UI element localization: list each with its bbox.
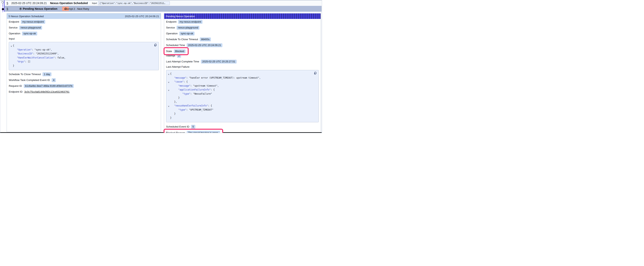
json-text: "BusinessID": "20250225122409",	[13, 52, 59, 56]
field-label-endpoint-id: Endpoint ID	[9, 90, 22, 93]
field-label-operation: Operation	[166, 32, 178, 35]
json-line: ∨ "nexusHandlerFailureInfo": {	[167, 104, 316, 108]
copy-icon[interactable]	[314, 72, 317, 75]
left-fields-bottom: Schedule To Close Timeout1 dayWorkflow T…	[9, 72, 159, 94]
field-value-scheduled-time: 2025-02-25 UTC 20:24:09.21	[187, 43, 222, 47]
input-json-viewer: ∨{∨ "Operation": "sync-op-ok",∨ "Busines…	[9, 42, 159, 70]
collapse-chevron-icon[interactable]: ∨	[167, 105, 170, 108]
timeline-dashed-connector-lower	[2, 11, 3, 12]
field-value-schedule-to-close-timeout: 86400s	[200, 38, 211, 41]
pending-operation-title: Pending Nexus Operation	[23, 7, 57, 10]
json-text: "type": "UPSTREAM_TIMEOUT"	[170, 108, 214, 112]
field-row-attempt: Attempt2	[166, 54, 319, 58]
field-row-service: Servicenexus-playground	[166, 26, 319, 30]
json-text: }	[170, 116, 172, 120]
json-text: },	[170, 100, 177, 104]
field-row-operation: Operationsync-op-ok	[9, 31, 159, 36]
field-row-last-attempt-complete-time: Last Attempt Complete Time2025-02-25 UTC…	[166, 60, 319, 64]
field-label-workflow-task-completed-event-id: Workflow Task Completed Event ID	[9, 79, 50, 82]
field-row-schedule-to-close-timeout: Schedule To Close Timeout1 day	[9, 72, 159, 76]
field-label-last-attempt-complete-time: Last Attempt Complete Time	[166, 60, 199, 63]
field-row-schedule-to-close-timeout: Schedule To Close Timeout86400s	[166, 37, 319, 41]
json-line: ∨}	[167, 116, 316, 120]
field-value-operation: sync-op-ok	[179, 32, 194, 36]
copy-icon[interactable]	[154, 44, 157, 47]
left-fields-top: Endpointmy-nexus-endpointServicenexus-pl…	[9, 20, 159, 36]
field-row-request-id: Request IDb1c6a4bc-8ee7-468a-9169-df3b02…	[9, 84, 159, 88]
json-line: ∨ "applicationFailureInfo": {	[167, 88, 316, 92]
panel-right-title: Pending Nexus Operation	[166, 15, 195, 18]
event-row-nexus-operation-scheduled[interactable]: 5 2025-02-25 UTC 20:24:09.21 Nexus Opera…	[5, 1, 322, 6]
json-line: ∨ }	[167, 112, 316, 116]
json-text: "applicationFailureInfo": {	[170, 88, 215, 92]
input-label: Input	[92, 2, 97, 4]
panel-left-body: Endpointmy-nexus-endpointServicenexus-pl…	[7, 19, 161, 94]
field-row-endpoint-id: Endpoint ID3c0c75ccfa8144b092c13ce632463…	[9, 90, 159, 94]
json-text: "HandlerWaitForCancellation": false,	[13, 56, 66, 60]
field-label-schedule-to-close-timeout: Schedule To Close Timeout	[9, 73, 41, 76]
json-line: ∨ "type": "NexusFailure"	[167, 92, 316, 96]
field-label-operation: Operation	[9, 32, 20, 35]
event-row-pending-nexus-operation[interactable]: 5 Pending Nexus Operation Attempt 2 · Ne…	[5, 6, 322, 12]
timeline-open-circle-icon	[2, 1, 4, 4]
input-json-lines: ∨{∨ "Operation": "sync-op-ok",∨ "Busines…	[10, 44, 156, 68]
annotation-highlight-blocked-reason: Blocked ReasonThe circuit breaker is ope…	[164, 129, 223, 133]
field-value-schedule-to-close-timeout: 1 day	[42, 72, 52, 76]
field-label-service: Service	[166, 26, 175, 29]
last-attempt-failure-label: Last Attempt Failure	[166, 65, 319, 69]
json-text: "message": "upstream timeout",	[170, 84, 219, 88]
field-value-blocked-reason: The circuit breaker is open.	[187, 131, 220, 133]
input-section-label: Input	[9, 37, 159, 41]
event-name: Nexus Operation Scheduled	[50, 2, 88, 5]
json-text: "type": "NexusFailure"	[170, 92, 212, 96]
json-line: ∨ }	[167, 96, 316, 100]
field-value-service: nexus-playground	[19, 26, 42, 30]
event-timestamp: 2025-02-25 UTC 20:24:09.21	[11, 2, 47, 5]
field-row-scheduled-event-id: Scheduled Event ID5	[166, 125, 319, 129]
right-fields-bottom: Scheduled Event ID5Blocked ReasonThe cir…	[166, 125, 319, 133]
annotation-highlight-state: StateBlocked	[164, 47, 189, 55]
field-value-endpoint-id[interactable]: 3c0c75ccfa8144b092c13ce632463761	[24, 90, 70, 93]
collapse-chevron-icon[interactable]: ∨	[167, 89, 170, 92]
json-line: ∨ "type": "UPSTREAM_TIMEOUT"	[167, 108, 316, 112]
json-text: "nexusHandlerFailureInfo": {	[170, 104, 212, 108]
json-text: "Args": []	[13, 60, 30, 64]
json-text: "cause": {	[170, 80, 188, 84]
field-label-blocked-reason: Blocked Reason	[166, 131, 185, 133]
pending-asterisk-icon	[19, 7, 22, 10]
json-text: }	[170, 96, 180, 100]
panel-left-header[interactable]: 5 Nexus Operation Scheduled 2025-02-25 U…	[7, 14, 161, 19]
field-value-endpoint: my-nexus-endpoint	[178, 20, 202, 24]
field-label-scheduled-event-id: Scheduled Event ID	[166, 125, 189, 128]
retry-badge-label: Attempt 2 · Next Retry	[64, 7, 89, 10]
field-label-endpoint: Endpoint	[166, 20, 176, 23]
event-id-link[interactable]: 5	[7, 2, 8, 5]
field-label-state: State	[166, 50, 172, 53]
field-label-service: Service	[9, 26, 18, 29]
field-value-request-id: b1c6a4bc-8ee7-468a-9169-df3b02c8737b	[24, 84, 74, 88]
json-line: ∨ "HandlerWaitForCancellation": false,	[10, 56, 156, 60]
temporal-event-history-screen: 5 2025-02-25 UTC 20:24:09.21 Nexus Opera…	[0, 0, 322, 133]
field-row-scheduled-time: Scheduled Time2025-02-25 UTC 20:24:09.21	[166, 43, 319, 47]
field-value-scheduled-event-id: 5	[191, 125, 195, 129]
collapse-chevron-icon[interactable]: ∨	[9, 45, 13, 48]
field-row-endpoint: Endpointmy-nexus-endpoint	[166, 20, 319, 24]
timeline-dashed-connector	[2, 4, 3, 8]
json-line: ∨ "message": "handler error (UPSTREAM_TI…	[167, 76, 316, 80]
field-value-operation: sync-op-ok	[22, 32, 37, 36]
failure-json-viewer: ∨{∨ "message": "handler error (UPSTREAM_…	[166, 70, 319, 122]
json-text: }	[170, 112, 176, 116]
panel-right-header-pending: Pending Nexus Operation	[164, 14, 321, 19]
field-value-last-attempt-complete-time: 2025-02-25 UTC 20:25:27.51	[201, 60, 237, 64]
bottom-divider	[0, 132, 322, 133]
field-label-schedule-to-close-timeout: Schedule To Close Timeout	[166, 38, 198, 41]
json-line: ∨{	[10, 44, 156, 48]
collapse-chevron-icon[interactable]: ∨	[167, 81, 170, 84]
collapse-chevron-icon[interactable]: ∨	[167, 73, 170, 76]
panel-left-title: 5 Nexus Operation Scheduled	[8, 15, 44, 18]
field-value-service: nexus-playground	[176, 26, 200, 30]
json-line: ∨ "cause": {	[167, 80, 316, 84]
field-label-request-id: Request ID	[9, 84, 22, 87]
input-preview-chip[interactable]: {"Operation":"sync-op-ok","BusinessID":"…	[98, 1, 170, 5]
event-id-link[interactable]: 5	[7, 7, 8, 10]
